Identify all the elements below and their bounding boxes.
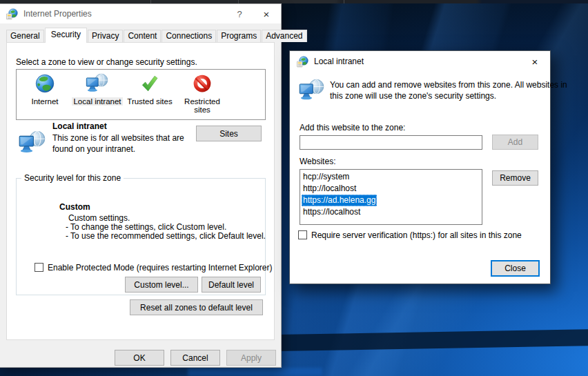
zone-label: Trusted sites (126, 97, 173, 106)
titlebar[interactable]: Internet Properties ? × (0, 4, 281, 23)
local-intranet-icon (299, 79, 325, 104)
zone-item-trusted-sites[interactable]: Trusted sites (124, 73, 175, 119)
websites-label: Websites: (300, 157, 335, 166)
zone-item-local-intranet[interactable]: Local intranet (72, 73, 123, 119)
dialog-description: You can add and remove websites from thi… (330, 79, 567, 101)
background-window-separator (344, 0, 344, 3)
local-intranet-icon (86, 73, 109, 96)
tab-security[interactable]: Security (45, 28, 87, 43)
websites-listbox: hcp://system http://localhost https://ad… (300, 169, 482, 225)
groupbox-title: Security level for this zone (21, 173, 124, 183)
tab-content[interactable]: Content (124, 30, 161, 42)
internet-globe-icon (35, 73, 55, 96)
reset-zones-button[interactable]: Reset all zones to default level (130, 299, 263, 315)
remove-button[interactable]: Remove (492, 170, 538, 186)
ok-button[interactable]: OK (115, 350, 164, 366)
wallpaper-light-beam (188, 368, 322, 376)
tab-privacy[interactable]: Privacy (88, 30, 123, 42)
close-icon[interactable]: × (520, 56, 550, 68)
tab-programs[interactable]: Programs (217, 30, 261, 42)
tab-strip: General Security Privacy Content Connect… (6, 28, 308, 42)
tab-general[interactable]: General (6, 30, 44, 42)
protected-mode-checkbox[interactable] (35, 263, 43, 272)
apply-button[interactable]: Apply (226, 350, 276, 366)
website-list-item[interactable]: https://localhost (300, 206, 482, 218)
website-list-item[interactable]: http://localhost (300, 183, 482, 195)
security-level-detail: - To use the recommended settings, click… (66, 232, 266, 241)
restricted-sites-icon (192, 73, 213, 96)
local-intranet-icon (19, 130, 46, 157)
zone-instruction: Select a zone to view or change security… (16, 57, 197, 67)
security-level-groupbox: Security level for this zone Custom Cust… (16, 178, 266, 295)
website-list-item[interactable]: hcp://system (300, 171, 482, 183)
protected-mode-label: Enable Protected Mode (requires restarti… (48, 263, 273, 273)
trusted-sites-check-icon (139, 73, 160, 96)
zone-label: Internet (30, 97, 60, 106)
titlebar[interactable]: Local intranet × (290, 51, 550, 72)
zone-item-internet[interactable]: Internet (19, 73, 70, 119)
website-list-item-selected[interactable]: https://ad.helena.gg (300, 195, 482, 206)
zone-label: Local intranet (72, 97, 122, 106)
zone-list: Internet Local intranet (16, 69, 266, 120)
custom-level-button[interactable]: Custom level... (125, 277, 198, 293)
security-tab-page: Select a zone to view or change security… (6, 42, 275, 340)
security-level-name: Custom (59, 202, 90, 212)
selected-zone-description: This zone is for all websites that are f… (52, 132, 184, 155)
sites-button[interactable]: Sites (196, 126, 262, 141)
add-button[interactable]: Add (492, 135, 538, 150)
default-level-button[interactable]: Default level (202, 277, 261, 293)
internet-properties-icon (6, 8, 18, 20)
internet-properties-dialog: Internet Properties ? × General Security… (0, 3, 282, 368)
close-button[interactable]: Close (491, 260, 540, 277)
require-https-checkbox[interactable] (298, 230, 307, 239)
local-intranet-dialog-icon (297, 56, 308, 68)
cancel-button[interactable]: Cancel (170, 350, 220, 366)
window-title: Local intranet (314, 57, 520, 66)
zone-label: Restricted sites (177, 97, 228, 114)
close-icon[interactable]: × (252, 8, 281, 20)
help-button[interactable]: ? (227, 9, 252, 19)
tab-connections[interactable]: Connections (161, 30, 216, 42)
window-title: Internet Properties (23, 9, 227, 19)
selected-zone-name: Local intranet (52, 121, 107, 131)
local-intranet-dialog: Local intranet × You can add and remove … (289, 50, 551, 284)
add-website-label: Add this website to the zone: (300, 123, 405, 132)
tab-advanced[interactable]: Advanced (262, 30, 306, 42)
zone-item-restricted-sites[interactable]: Restricted sites (177, 73, 228, 119)
add-website-input[interactable] (300, 135, 482, 150)
require-https-label: Require server verification (https:) for… (311, 230, 522, 240)
